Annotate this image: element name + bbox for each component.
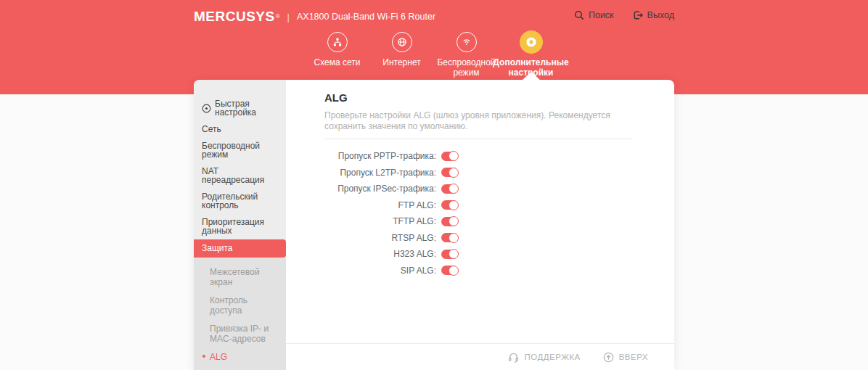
sidebar-item-label: Быстрая настройка (215, 99, 283, 117)
sip-alg-toggle[interactable] (441, 266, 458, 275)
search-label: Поиск (589, 10, 614, 20)
security-submenu: Межсетевой экран Контроль доступа Привяз… (194, 258, 286, 370)
submenu-item-alg[interactable]: ALG (194, 348, 283, 366)
active-tab-pointer (523, 72, 540, 80)
sidebar: Быстрая настройка Сеть Беспроводной режи… (194, 80, 286, 370)
sidebar-item-quick-setup[interactable]: Быстрая настройка (194, 96, 286, 121)
toggle-label: RTSP ALG: (324, 233, 436, 243)
nav-item-wireless[interactable]: Беспроводной режим (434, 32, 499, 78)
search-icon (574, 10, 584, 20)
ftp-alg-toggle[interactable] (441, 200, 458, 210)
logout-button[interactable]: Выход (633, 10, 674, 20)
l2tp-passthrough-toggle[interactable] (441, 168, 458, 177)
support-button[interactable]: ПОДДЕРЖКА (508, 352, 580, 363)
card-footer: ПОДДЕРЖКА ВВЕРХ (286, 343, 674, 370)
topbar-actions: Поиск Выход (574, 10, 674, 20)
toggle-label: SIP ALG: (324, 266, 436, 276)
sidebar-item-label: Приоритезация данных (202, 218, 283, 235)
toggle-knob (449, 168, 459, 178)
support-icon (508, 352, 519, 363)
sidebar-item-label: NAT переадресация (202, 167, 283, 184)
to-top-icon (603, 352, 614, 363)
nav-label: Интернет (382, 57, 420, 67)
registered-mark: ® (276, 13, 280, 20)
toggle-knob (449, 200, 459, 210)
tftp-alg-toggle[interactable] (441, 217, 458, 226)
page-description: Проверьте настройки ALG (шлюз уровня при… (324, 110, 632, 132)
sidebar-item-label: Родительский контроль (202, 192, 283, 210)
sidebar-item-parental-controls[interactable]: Родительский контроль (194, 189, 286, 214)
sidebar-item-label: Защита (202, 244, 233, 252)
submenu-item-label: Контроль доступа (210, 295, 247, 316)
alg-active-dot (202, 355, 205, 358)
toggle-knob (449, 184, 459, 194)
content-card: Быстрая настройка Сеть Беспроводной режи… (194, 80, 674, 370)
toggle-row: Пропуск IPSec-трафика: (324, 181, 632, 197)
submenu-item-access-control[interactable]: Контроль доступа (194, 292, 283, 320)
globe-icon (392, 32, 412, 52)
nav-label: Схема сети (314, 57, 361, 67)
submenu-item-label: ALG (210, 352, 227, 362)
search-button[interactable]: Поиск (574, 10, 614, 20)
submenu-item-label: Межсетевой экран (210, 267, 260, 287)
wifi-icon (456, 32, 477, 52)
toggle-row: Пропуск PPTP-трафика: (324, 148, 632, 165)
sidebar-item-label: Сеть (202, 125, 221, 133)
toggle-row: FTP ALG: (324, 197, 632, 214)
submenu-item-ip-mac-binding[interactable]: Привязка IP- и MAC-адресов (194, 320, 283, 348)
toggle-row: TFTP ALG: (324, 213, 632, 230)
quick-setup-icon (202, 104, 211, 113)
toggle-row: H323 ALG: (324, 246, 632, 263)
gear-icon (520, 30, 543, 54)
sidebar-item-network[interactable]: Сеть (194, 121, 286, 138)
router-model-title: AX1800 Dual-Band Wi-Fi 6 Router (297, 12, 435, 22)
alg-panel: ALG Проверьте настройки ALG (шлюз уровня… (286, 80, 674, 343)
submenu-item-firewall[interactable]: Межсетевой экран (194, 263, 283, 292)
toggle-label: H323 ALG: (324, 249, 436, 259)
network-map-icon (327, 32, 348, 52)
toggle-row: Пропуск L2TP-трафика: (324, 165, 632, 181)
toggle-label: Пропуск PPTP-трафика: (324, 151, 436, 161)
brand: MERCUSYS ® | AX1800 Dual-Band Wi-Fi 6 Ro… (194, 8, 435, 25)
main-nav: Схема сети Интернет Беспроводной режим (194, 32, 674, 78)
logout-icon (633, 10, 643, 20)
sidebar-item-qos[interactable]: Приоритезация данных (194, 214, 286, 239)
toggle-label: Пропуск IPSec-трафика: (324, 184, 436, 194)
sidebar-item-security[interactable]: Защита (194, 239, 286, 258)
nav-label: Беспроводной режим (434, 57, 499, 78)
toggle-label: FTP ALG: (324, 200, 436, 210)
sidebar-item-label: Беспроводной режим (202, 141, 283, 159)
pptp-passthrough-toggle[interactable] (441, 152, 458, 161)
nav-item-internet[interactable]: Интернет (369, 32, 434, 78)
nav-item-advanced-settings[interactable]: Дополнительные настройки (499, 32, 563, 78)
sidebar-item-nat-forwarding[interactable]: NAT переадресация (194, 163, 286, 189)
support-label: ПОДДЕРЖКА (524, 353, 580, 361)
toggle-list: Пропуск PPTP-трафика: Пропуск L2TP-трафи… (324, 148, 632, 279)
logout-label: Выход (647, 10, 674, 20)
rtsp-alg-toggle[interactable] (441, 233, 458, 242)
toggle-label: TFTP ALG: (324, 216, 436, 226)
sidebar-item-wireless[interactable]: Беспроводной режим (194, 138, 286, 163)
nav-item-network-map[interactable]: Схема сети (305, 32, 369, 78)
ipsec-passthrough-toggle[interactable] (441, 184, 458, 194)
mercusys-logo: MERCUSYS (194, 9, 275, 25)
h323-alg-toggle[interactable] (441, 250, 458, 259)
toggle-knob (449, 249, 459, 259)
toggle-label: Пропуск L2TP-трафика: (324, 168, 436, 178)
submenu-item-label: Привязка IP- и MAC-адресов (210, 324, 269, 344)
toggle-knob (449, 233, 459, 243)
brand-separator: | (287, 12, 290, 22)
scroll-to-top-button[interactable]: ВВЕРХ (603, 352, 648, 363)
toggle-knob (449, 266, 459, 276)
page-title: ALG (324, 91, 632, 104)
toggle-knob (449, 216, 459, 226)
toggle-row: SIP ALG: (324, 263, 632, 279)
toggle-knob (449, 151, 459, 161)
to-top-label: ВВЕРХ (619, 353, 648, 361)
toggle-row: RTSP ALG: (324, 230, 632, 247)
divider (324, 139, 632, 139)
